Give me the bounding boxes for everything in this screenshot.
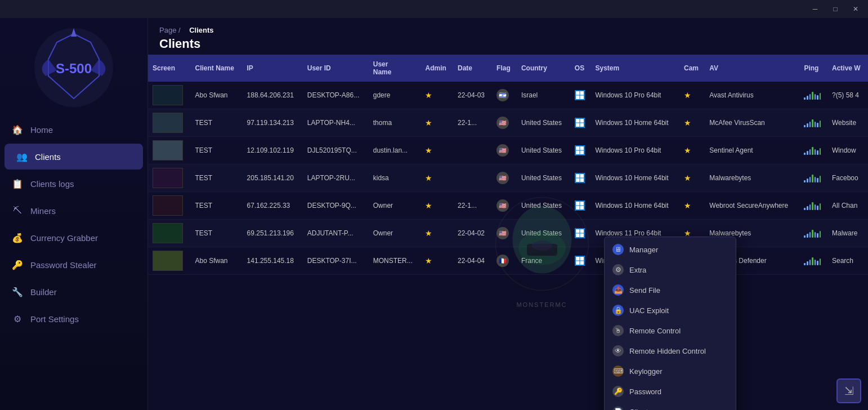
table-row[interactable]: TEST12.109.102.119DJL520195TQ...dustin.l… [148,137,868,164]
table-row[interactable]: TEST97.119.134.213LAPTOP-NH4...thoma★22-… [148,109,868,137]
cell-screen [148,164,190,192]
cell-user-id: ADJUTANT-P... [303,220,369,247]
cell-date: 22-04-04 [453,247,492,275]
table-row[interactable]: Abo Sfwan188.64.206.231DESKTOP-A86...gde… [148,82,868,109]
cell-cam: ★ [679,137,705,164]
password-icon: 🔑 [11,259,24,271]
cell-active-window: Website [827,109,868,137]
clients-icon: 👥 [16,150,28,163]
context-menu-item-uac-exploit[interactable]: 🔒UAC Exploit [605,300,736,320]
cell-date: 22-1... [453,109,492,137]
close-button[interactable]: ✕ [848,3,863,15]
svg-rect-10 [580,91,584,95]
col-active: Active W [827,55,868,82]
context-menu-label-1: Extra [629,266,646,274]
sidebar-item-clients-logs[interactable]: 📋 Clients logs [0,171,147,197]
maximize-button[interactable]: □ [827,3,843,15]
context-menu-icon-4: 🖱 [612,325,624,336]
cell-country: United States [517,192,570,220]
breadcrumb-page: Page / [159,26,181,34]
svg-text:S-500: S-500 [56,61,92,76]
col-flag: Flag [492,55,517,82]
sidebar-item-password-stealer[interactable]: 🔑 Password Stealer [0,252,147,278]
cell-date: 22-04-02 [453,220,492,247]
cell-client-name: TEST [190,220,242,247]
cell-screen [148,82,190,109]
svg-rect-12 [580,95,584,99]
context-menu-item-send-file[interactable]: 📤Send File [605,280,736,300]
cell-ping [799,220,827,247]
cell-country: United States [517,109,570,137]
cell-admin: ★ [420,247,453,275]
svg-rect-18 [580,146,584,150]
table-row[interactable]: TEST67.162.225.33DESKTOP-9Q...Owner★22-1… [148,192,868,220]
cell-av: Avast Antivirus [705,82,799,109]
context-menu-item-client[interactable]: 📄Client [605,402,736,410]
cell-country: France [517,247,570,275]
sidebar-item-port-settings[interactable]: ⚙ Port Settings [0,306,147,332]
table-row[interactable]: Abo Sfwan141.255.145.18DESKTOP-37I...MON… [148,247,868,275]
sidebar-item-clients[interactable]: 👥 Clients [5,144,143,170]
sidebar-item-currency-grabber[interactable]: 💰 Currency Grabber [0,225,147,251]
cell-date [453,137,492,164]
cell-user-name: MONSTER... [369,247,421,275]
svg-rect-26 [580,202,584,206]
admin-star: ★ [425,256,432,265]
context-menu-label-5: Remote Hidden Control [629,347,706,355]
resize-icon: ⇲ [844,384,854,398]
cell-screen [148,220,190,247]
admin-star: ★ [425,201,432,210]
cell-client-name: Abo Sfwan [190,82,242,109]
sidebar-item-home[interactable]: 🏠 Home [0,117,147,142]
svg-rect-34 [580,257,584,261]
cell-flag: 🇺🇸 [492,109,517,137]
cell-system: Windows 10 Home 64bit [591,164,680,192]
watermark-text: MONSTERMC [516,301,567,308]
context-menu-item-remote-hidden-control[interactable]: 👁Remote Hidden Control [605,341,736,361]
col-user-name: UserName [369,55,421,82]
context-menu-item-remote-control[interactable]: 🖱Remote Control [605,320,736,341]
minimize-button[interactable]: ─ [807,3,823,15]
cell-flag: 🇫🇷 [492,247,517,275]
cell-country: United States [517,220,570,247]
sidebar-item-builder[interactable]: 🔧 Builder [0,279,147,305]
cell-ip: 188.64.206.231 [243,82,303,109]
table-row[interactable]: TEST69.251.213.196ADJUTANT-P...Owner★22-… [148,220,868,247]
cell-date [453,164,492,192]
sidebar-item-label: Currency Grabber [30,233,98,243]
table-body: Abo Sfwan188.64.206.231DESKTOP-A86...gde… [148,82,868,275]
table-row[interactable]: TEST205.185.141.20LAPTOP-2RU...kidsa★🇺🇸U… [148,164,868,192]
svg-rect-33 [576,257,580,261]
sidebar-item-miners[interactable]: ⛏ Miners [0,198,147,224]
svg-rect-19 [576,150,580,154]
cell-ip: 97.119.134.213 [243,109,303,137]
context-menu-item-extra[interactable]: ⚙Extra [605,260,736,280]
cell-flag: 🇮🇱 [492,82,517,109]
svg-rect-15 [576,123,580,127]
cell-user-id: LAPTOP-NH4... [303,109,369,137]
col-user-id: User ID [303,55,369,82]
context-menu-item-keylogger[interactable]: ⌨Keylogger [605,361,736,381]
svg-rect-35 [576,261,580,265]
logs-icon: 📋 [11,177,24,190]
cell-screen [148,109,190,137]
clients-table-container[interactable]: MONSTERMC Screen Client Name IP User ID … [148,55,868,410]
cell-user-id: LAPTOP-2RU... [303,164,369,192]
svg-rect-27 [576,206,580,210]
cell-flag: 🇺🇸 [492,164,517,192]
cell-active-window: All Chan [827,192,868,220]
context-menu-label-2: Send File [629,286,660,295]
context-menu-item-password[interactable]: 🔑Password [605,381,736,402]
svg-rect-36 [580,261,584,265]
cell-system: Windows 10 Home 64bit [591,109,680,137]
svg-rect-17 [576,146,580,150]
context-menu-item-manager[interactable]: 🖥Manager [605,239,736,260]
clients-table: Screen Client Name IP User ID UserName A… [148,55,868,275]
cell-client-name: Abo Sfwan [190,247,242,275]
cam-star: ★ [684,201,691,210]
resize-button[interactable]: ⇲ [836,378,861,403]
cell-user-name: kidsa [369,164,421,192]
cell-admin: ★ [420,82,453,109]
sidebar-item-label: Builder [30,287,57,297]
context-menu-icon-1: ⚙ [612,264,624,275]
